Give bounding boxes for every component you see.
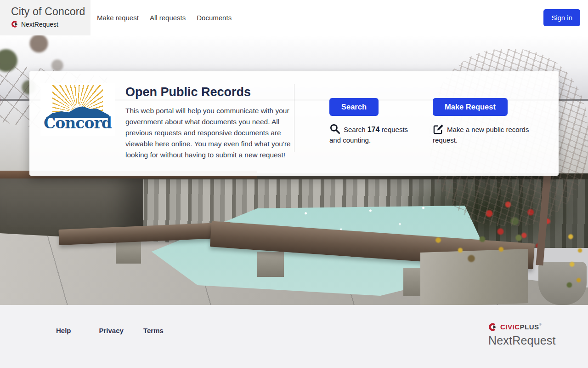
page-title: Open Public Records (125, 85, 251, 99)
search-button[interactable]: Search (329, 98, 379, 116)
footer-link-terms[interactable]: Terms (143, 327, 164, 334)
search-info: Search 174 requests and counting. (329, 123, 411, 145)
concord-city-logo: Concord (40, 83, 115, 136)
make-request-column: Make Request Make a new public records r… (433, 98, 533, 145)
open-records-card: Concord Open Public Records This web por… (29, 71, 559, 176)
sign-in-button[interactable]: Sign in (543, 9, 580, 26)
hero-photo-yellow-flowers (561, 226, 588, 295)
civicplus-cp-icon (488, 322, 498, 332)
concord-logo-wordmark: Concord (40, 114, 115, 132)
registered-mark: ® (539, 323, 542, 326)
footer-link-help[interactable]: Help (56, 327, 71, 334)
search-column: Search Search 174 requests and counting. (329, 98, 411, 145)
civicplus-brand-block: CIVICPLUS® NextRequest (488, 322, 556, 347)
civicplus-plus-text: PLUS (520, 323, 539, 331)
hero-photo-bench-leg (257, 252, 284, 277)
site-title: City of Concord (11, 5, 90, 18)
footer-nextrequest-brand: NextRequest (488, 334, 556, 347)
footer-link-privacy[interactable]: Privacy (99, 327, 124, 334)
make-request-button[interactable]: Make Request (433, 98, 508, 116)
card-divider (294, 84, 294, 152)
civicplus-civic-text: CIVIC (500, 323, 520, 331)
hero-photo-bench-leg (116, 242, 141, 264)
nav-documents[interactable]: Documents (197, 14, 232, 22)
footer-links: Help Privacy Terms (56, 327, 164, 334)
hero-photo-mixed-flowers (422, 222, 532, 268)
nextrequest-brand: NextRequest (21, 21, 58, 28)
main-nav: Make request All requests Documents (90, 0, 232, 35)
nav-make-request[interactable]: Make request (97, 14, 139, 22)
search-info-prefix: Search (344, 126, 366, 133)
page-footer: Help Privacy Terms CIVICPLUS® NextReques… (0, 305, 588, 368)
site-logo-block[interactable]: City of Concord NextRequest (0, 0, 90, 35)
make-request-info: Make a new public records request. (433, 123, 533, 145)
search-icon (329, 123, 341, 135)
portal-description: This web portal will help you communicat… (125, 105, 291, 161)
top-header: City of Concord NextRequest Make request… (0, 0, 588, 35)
nav-all-requests[interactable]: All requests (150, 14, 186, 22)
make-request-info-text: Make a new public records request. (433, 126, 529, 144)
pencil-square-icon (433, 123, 444, 135)
hero-section: Concord Open Public Records This web por… (0, 35, 588, 305)
nextrequest-cp-icon (11, 20, 19, 28)
request-count: 174 (368, 126, 380, 133)
